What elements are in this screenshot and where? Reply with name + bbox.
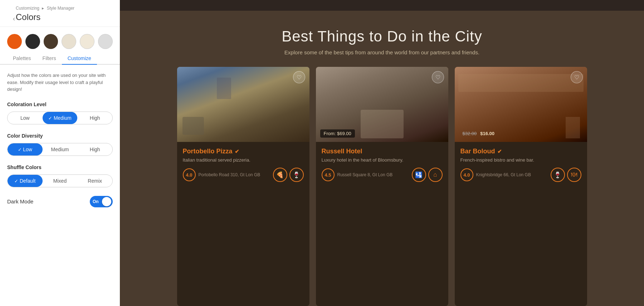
card-footer-hotel: 4.5 Russell Square 8, Gt Lon GB 🛂 ⌂ bbox=[322, 168, 443, 182]
breadcrumb-arrow: ▸ bbox=[42, 6, 45, 11]
price-from-hotel: From: $69.00 bbox=[324, 131, 351, 136]
back-button[interactable]: ‹ bbox=[10, 14, 18, 24]
top-bar bbox=[120, 0, 644, 11]
hotel-icon: 🛂 bbox=[412, 168, 426, 182]
color-diversity-group: Low Medium High bbox=[7, 143, 113, 156]
swatch-orange[interactable] bbox=[7, 34, 22, 49]
hero-subtitle: Explore some of the best tips from aroun… bbox=[127, 49, 637, 55]
rating-location-bar: 4.0 Knightsbridge 66, Gt Lon GB bbox=[460, 168, 548, 181]
card-name-pizza: Portobello Pizza ✔ bbox=[183, 148, 304, 155]
diversity-medium-button[interactable]: Medium bbox=[43, 143, 78, 156]
favorite-button-pizza[interactable]: ♡ bbox=[293, 71, 305, 83]
swatch-light-beige[interactable] bbox=[62, 34, 76, 49]
toggle-track: On bbox=[90, 196, 113, 207]
rating-location-pizza: 4.0 Portobello Road 310, Gt Lon GB bbox=[183, 168, 270, 181]
verified-icon-pizza: ✔ bbox=[235, 148, 239, 155]
rating-circle-hotel: 4.5 bbox=[322, 168, 335, 181]
dark-mode-label: Dark Mode bbox=[7, 198, 33, 204]
toggle-thumb bbox=[102, 197, 111, 206]
swatch-black[interactable] bbox=[25, 34, 40, 49]
tab-palettes[interactable]: Palettes bbox=[7, 53, 37, 65]
hero-section: Best Things to Do in the City Explore so… bbox=[120, 11, 644, 67]
dark-mode-toggle[interactable]: On bbox=[90, 196, 113, 207]
dark-mode-row: Dark Mode On bbox=[7, 196, 113, 207]
diversity-high-button[interactable]: High bbox=[77, 143, 112, 156]
hero-title: Best Things to Do in the City bbox=[127, 28, 637, 45]
tabs-row: Palettes Filters Customize bbox=[0, 53, 120, 65]
card-body-pizza: Portobello Pizza ✔ Italian traditional s… bbox=[177, 142, 309, 187]
color-diversity-label: Color Diversity bbox=[7, 133, 113, 139]
coloration-level-label: Coloration Level bbox=[7, 102, 113, 107]
panel-body: Adjust how the colors are used on your s… bbox=[0, 65, 120, 306]
coloration-high-button[interactable]: High bbox=[77, 112, 112, 124]
favorite-button-bar[interactable]: ♡ bbox=[571, 71, 583, 83]
card-title-bar: Bar Boloud bbox=[460, 148, 495, 155]
shuffle-mixed-button[interactable]: Mixed bbox=[43, 175, 78, 187]
card-title-hotel: Russell Hotel bbox=[322, 148, 362, 155]
price-badge-hotel: From: $69.00 bbox=[320, 129, 355, 138]
building-icon: ⌂ bbox=[428, 168, 443, 182]
card-name-bar: Bar Boloud ✔ bbox=[460, 148, 581, 155]
card-icons-bar: 🍷 🍽 bbox=[551, 168, 581, 182]
card-image-wrap-bar: ♡ $32.00 $16.00 bbox=[455, 67, 587, 142]
panel-header: ‹ Customizing ▸ Style Manager Colors bbox=[0, 0, 120, 27]
card-icons-hotel: 🛂 ⌂ bbox=[412, 168, 443, 182]
header-row: ‹ Customizing ▸ Style Manager Colors bbox=[7, 6, 113, 22]
price-old-bar: $32.00 bbox=[463, 131, 477, 136]
verified-icon-bar: ✔ bbox=[497, 148, 502, 155]
swatch-light-gray[interactable] bbox=[98, 34, 113, 49]
card-footer-bar: 4.0 Knightsbridge 66, Gt Lon GB 🍷 🍽 bbox=[460, 168, 581, 182]
price-new-bar: $16.00 bbox=[480, 131, 494, 136]
favorite-button-hotel[interactable]: ♡ bbox=[432, 71, 444, 83]
shuffle-remix-button[interactable]: Remix bbox=[77, 175, 112, 187]
right-content: Best Things to Do in the City Explore so… bbox=[120, 0, 644, 306]
card-title-pizza: Portobello Pizza bbox=[183, 148, 233, 155]
location-text-bar: Knightsbridge 66, Gt Lon GB bbox=[476, 172, 531, 178]
card-russell-hotel: ♡ From: $69.00 Russell Hotel Luxury hote… bbox=[316, 67, 448, 306]
cards-row: ♡ Portobello Pizza ✔ Italian traditional… bbox=[120, 67, 644, 306]
card-icons-pizza: 🍕 🍷 bbox=[273, 168, 304, 182]
card-image-wrap-pizza: ♡ bbox=[177, 67, 309, 142]
tab-filters[interactable]: Filters bbox=[37, 53, 62, 65]
price-badge-bar: $32.00 $16.00 bbox=[459, 129, 498, 138]
card-description-bar: French-inspired bistro and wine bar. bbox=[460, 157, 581, 163]
diversity-low-button[interactable]: Low bbox=[8, 143, 43, 156]
card-portobello-pizza: ♡ Portobello Pizza ✔ Italian traditional… bbox=[177, 67, 309, 306]
coloration-medium-button[interactable]: Medium bbox=[43, 112, 78, 124]
tab-customize[interactable]: Customize bbox=[62, 53, 97, 65]
toggle-on-label: On bbox=[93, 199, 99, 204]
shuffle-colors-group: Default Mixed Remix bbox=[7, 174, 113, 187]
card-image-pizza bbox=[177, 67, 309, 142]
breadcrumb-style-manager: Style Manager bbox=[47, 6, 74, 11]
card-description-pizza: Italian traditional served pizzeria. bbox=[183, 157, 304, 163]
location-text-hotel: Russell Square 8, Gt Lon GB bbox=[337, 172, 393, 178]
shuffle-default-button[interactable]: Default bbox=[8, 175, 43, 187]
drink-icon: 🍷 bbox=[289, 168, 304, 182]
rating-circle-bar: 4.0 bbox=[460, 168, 473, 181]
coloration-level-group: Low Medium High bbox=[7, 112, 113, 124]
left-panel: ‹ Customizing ▸ Style Manager Colors Pal… bbox=[0, 0, 120, 306]
card-description-hotel: Luxury hotel in the heart of Bloomsbury. bbox=[322, 157, 443, 163]
wine-icon: 🍷 bbox=[551, 168, 565, 182]
card-bar-boloud: ♡ $32.00 $16.00 Bar Boloud ✔ French-insp… bbox=[455, 67, 587, 306]
location-text-pizza: Portobello Road 310, Gt Lon GB bbox=[199, 172, 260, 178]
panel-description: Adjust how the colors are used on your s… bbox=[7, 72, 113, 93]
rating-location-hotel: 4.5 Russell Square 8, Gt Lon GB bbox=[322, 168, 409, 181]
card-image-wrap-hotel: ♡ From: $69.00 bbox=[316, 67, 448, 142]
card-name-hotel: Russell Hotel bbox=[322, 148, 443, 155]
card-footer-pizza: 4.0 Portobello Road 310, Gt Lon GB 🍕 🍷 bbox=[183, 168, 304, 182]
swatch-dark-brown[interactable] bbox=[44, 34, 58, 49]
rating-circle-pizza: 4.0 bbox=[183, 168, 196, 181]
breadcrumb-customizing: Customizing bbox=[16, 6, 39, 11]
shuffle-colors-label: Shuffle Colors bbox=[7, 164, 113, 170]
swatch-pale-cream[interactable] bbox=[80, 34, 94, 49]
food-icon: 🍽 bbox=[567, 168, 581, 182]
card-body-hotel: Russell Hotel Luxury hotel in the heart … bbox=[316, 142, 448, 187]
panel-title: Colors bbox=[16, 12, 74, 22]
card-body-bar: Bar Boloud ✔ French-inspired bistro and … bbox=[455, 142, 587, 187]
pizza-icon: 🍕 bbox=[273, 168, 287, 182]
breadcrumb: Customizing ▸ Style Manager bbox=[16, 6, 74, 11]
coloration-low-button[interactable]: Low bbox=[8, 112, 43, 124]
color-swatches bbox=[0, 27, 120, 53]
